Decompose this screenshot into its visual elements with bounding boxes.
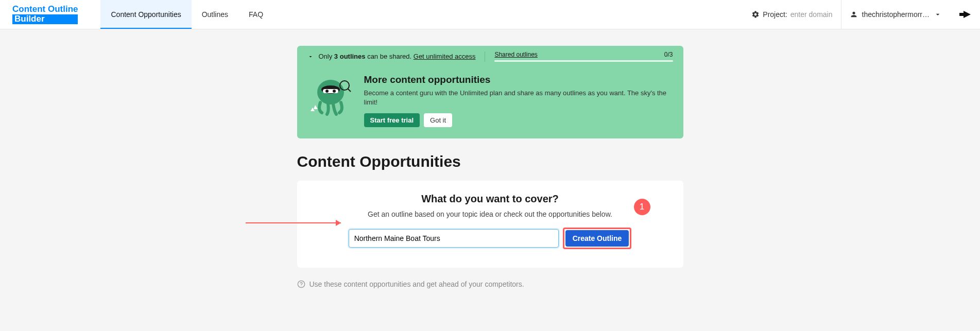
annotation-arrow bbox=[246, 218, 345, 228]
create-outline-highlight: Create Outline bbox=[563, 228, 632, 249]
svg-line-6 bbox=[348, 89, 351, 92]
logo-line-2: Builder bbox=[12, 14, 78, 24]
topic-input[interactable] bbox=[349, 229, 559, 248]
app-header: Content Outline Builder Content Opportun… bbox=[0, 0, 980, 29]
page-title: Content Opportunities bbox=[297, 153, 683, 170]
svg-rect-2 bbox=[323, 89, 338, 93]
got-it-button[interactable]: Got it bbox=[424, 113, 452, 127]
input-row: Create Outline bbox=[313, 228, 668, 249]
header-right: Project: enter domain thechristophermorr… bbox=[743, 0, 980, 29]
tab-content-opportunities[interactable]: Content Opportunities bbox=[100, 0, 191, 29]
topic-input-card: 1 What do you want to cover? Get an outl… bbox=[297, 181, 683, 268]
annotation-badge: 1 bbox=[634, 199, 650, 215]
tab-label: Content Opportunities bbox=[111, 10, 181, 19]
gear-icon bbox=[751, 10, 760, 19]
banner-text: More content opportunities Become a cont… bbox=[364, 74, 673, 127]
card-title: What do you want to cover? bbox=[313, 193, 668, 205]
promo-banner: Only 3 outlines can be shared. Get unlim… bbox=[297, 46, 683, 138]
svg-point-3 bbox=[325, 90, 329, 93]
project-selector[interactable]: Project: enter domain bbox=[743, 10, 840, 19]
divider bbox=[485, 51, 485, 62]
username-label: thechristophermorr… bbox=[862, 10, 930, 19]
banner-description: Become a content guru with the Unlimited… bbox=[364, 89, 673, 107]
semrush-icon[interactable] bbox=[950, 11, 980, 18]
shared-outlines-label[interactable]: Shared outlines bbox=[494, 51, 537, 58]
nav-tabs: Content Opportunities Outlines FAQ bbox=[100, 0, 273, 29]
help-circle-icon bbox=[297, 280, 305, 288]
chevron-down-icon bbox=[934, 10, 942, 19]
user-menu[interactable]: thechristophermorr… bbox=[841, 10, 951, 19]
footer-hint-text: Use these content opportunities and get … bbox=[310, 280, 524, 288]
shared-outlines-count: 0/3 bbox=[664, 51, 673, 58]
tab-label: FAQ bbox=[249, 10, 263, 19]
logo-line-1: Content Outline bbox=[12, 5, 78, 14]
main-content: Only 3 outlines can be shared. Get unlim… bbox=[297, 29, 683, 288]
chevron-down-icon[interactable] bbox=[307, 54, 314, 60]
get-unlimited-link[interactable]: Get unlimited access bbox=[414, 53, 476, 60]
banner-illustration bbox=[307, 74, 354, 120]
banner-limit-text: Only 3 outlines can be shared. Get unlim… bbox=[319, 53, 476, 60]
brand-arrow-icon bbox=[959, 11, 971, 18]
user-icon bbox=[850, 10, 858, 19]
project-domain: enter domain bbox=[790, 10, 833, 19]
app-logo[interactable]: Content Outline Builder bbox=[0, 5, 90, 24]
shared-header: Shared outlines 0/3 bbox=[494, 51, 673, 58]
banner-body: More content opportunities Become a cont… bbox=[297, 67, 683, 138]
tab-faq[interactable]: FAQ bbox=[238, 0, 273, 29]
footer-hint: Use these content opportunities and get … bbox=[297, 280, 683, 288]
tab-outlines[interactable]: Outlines bbox=[192, 0, 238, 29]
tab-label: Outlines bbox=[202, 10, 228, 19]
svg-point-4 bbox=[333, 90, 336, 93]
banner-top-left: Only 3 outlines can be shared. Get unlim… bbox=[307, 53, 476, 60]
card-subtitle: Get an outline based on your topic idea … bbox=[313, 210, 668, 218]
shared-outlines-section: Shared outlines 0/3 bbox=[494, 51, 673, 62]
project-label: Project: bbox=[763, 10, 787, 19]
banner-top-row: Only 3 outlines can be shared. Get unlim… bbox=[297, 46, 683, 67]
start-free-trial-button[interactable]: Start free trial bbox=[364, 113, 420, 127]
create-outline-button[interactable]: Create Outline bbox=[565, 230, 629, 247]
banner-title: More content opportunities bbox=[364, 74, 673, 85]
shared-progress-bar bbox=[494, 60, 673, 62]
banner-buttons: Start free trial Got it bbox=[364, 113, 673, 127]
